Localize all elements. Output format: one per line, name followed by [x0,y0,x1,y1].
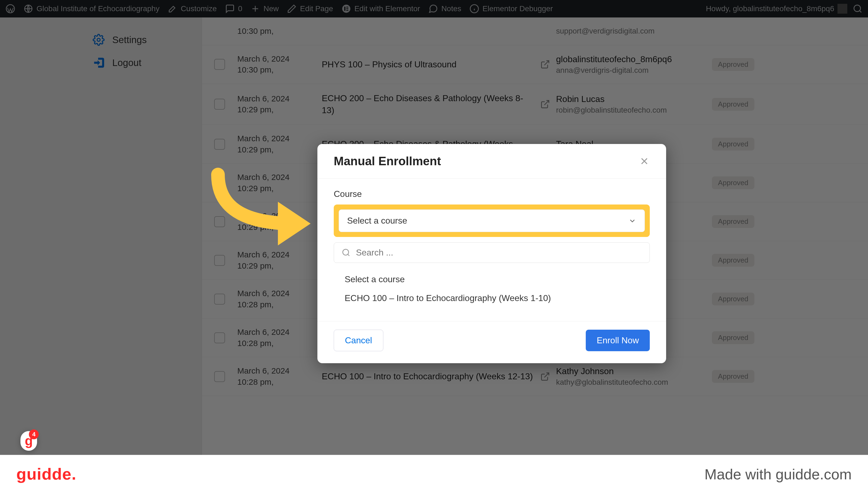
arrow-annotation [207,164,316,245]
enroll-now-button[interactable]: Enroll Now [586,330,650,351]
watermark-bar: guidde. Made with guidde.com [0,455,868,493]
course-search-input[interactable] [356,248,642,258]
dropdown-item[interactable]: Select a course [334,270,650,289]
close-icon [639,156,650,167]
course-dropdown-list: Select a courseECHO 100 – Intro to Echoc… [334,270,650,313]
highlight-annotation: Select a course [334,205,650,237]
course-select[interactable]: Select a course [339,209,645,232]
search-icon [342,248,350,257]
modal-close-button[interactable] [639,156,650,167]
course-select-value: Select a course [347,216,407,226]
svg-point-10 [343,249,349,255]
course-search-wrap[interactable] [334,242,650,263]
guidde-text: Made with guidde.com [705,466,852,483]
modal-title: Manual Enrollment [334,154,441,168]
guidde-logo: guidde. [16,465,76,484]
dropdown-item[interactable]: ECHO 100 – Intro to Echocardiography (We… [334,289,650,307]
guidde-pill[interactable]: g 4 [20,431,37,451]
course-field-label: Course [334,189,650,199]
manual-enrollment-modal: Manual Enrollment Course Select a course [317,144,666,363]
cancel-button[interactable]: Cancel [334,330,383,351]
chevron-down-icon [628,217,636,225]
